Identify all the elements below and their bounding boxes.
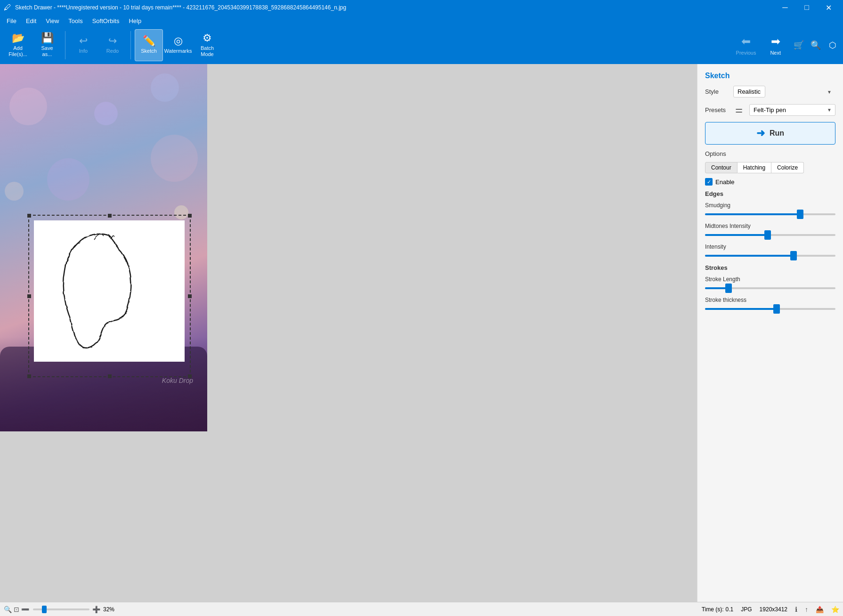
- status-bar: 🔍 ⊡ ➖ ➕ 32% Time (s): 0.1 JPG 1920x3412 …: [0, 602, 843, 616]
- handle-bot-right[interactable]: [188, 374, 192, 378]
- watermarks-button[interactable]: ◎ Watermarks: [164, 29, 192, 61]
- close-button[interactable]: ✕: [818, 0, 839, 15]
- handle-top-mid[interactable]: [108, 214, 112, 218]
- format-value: JPG: [741, 606, 752, 613]
- enable-row: ✓ Enable: [705, 178, 835, 186]
- cube-icon[interactable]: ⬡: [826, 39, 839, 52]
- menu-softorbits[interactable]: SoftOrbits: [88, 16, 124, 25]
- undo-button[interactable]: ↩ Info: [69, 29, 97, 61]
- share-icon[interactable]: ↑: [805, 606, 808, 613]
- run-label: Run: [770, 129, 784, 138]
- status-zoom-minus-icon[interactable]: ➖: [21, 606, 29, 613]
- run-button[interactable]: ➜ Run: [705, 122, 835, 145]
- watermarks-icon: ◎: [174, 36, 183, 46]
- status-icons: 🔍 ⊡ ➖: [4, 606, 29, 613]
- canvas-area: Koku Drop: [0, 64, 697, 602]
- tab-contour[interactable]: Contour: [705, 162, 738, 173]
- save-as-label: Saveas...: [41, 45, 53, 57]
- handle-bot-mid[interactable]: [108, 374, 112, 378]
- style-select[interactable]: Realistic Cartoon Pencil: [733, 86, 765, 97]
- sketch-icon: ✏️: [143, 36, 155, 46]
- status-right: Time (s): 0.1 JPG 1920x3412 ℹ ↑ 📤 ⭐: [702, 606, 839, 613]
- cart-icon[interactable]: 🛒: [792, 39, 805, 52]
- menu-help[interactable]: Help: [124, 16, 146, 25]
- stroke-thickness-row: Stroke thickness: [705, 297, 835, 313]
- options-section: Options Contour Hatching Colorize ✓ Enab…: [705, 150, 835, 313]
- tab-colorize[interactable]: Colorize: [771, 162, 804, 173]
- menu-edit[interactable]: Edit: [21, 16, 41, 25]
- add-file-icon: 📂: [12, 33, 24, 43]
- midtones-thumb[interactable]: [764, 230, 771, 240]
- minimize-button[interactable]: ─: [774, 0, 796, 15]
- title-bar-controls: ─ □ ✕: [774, 0, 839, 15]
- previous-button[interactable]: ⬅ Previous: [736, 35, 756, 56]
- presets-adjust-icon[interactable]: ⚌: [732, 103, 746, 116]
- save-as-button[interactable]: 💾 Saveas...: [33, 29, 61, 61]
- title-bar: 🖊 Sketch Drawer - ****Unregistered versi…: [0, 0, 843, 15]
- stroke-thickness-fill: [705, 308, 777, 310]
- style-dropdown-icon: ▼: [827, 89, 832, 94]
- presets-label: Presets: [705, 106, 729, 113]
- maximize-button[interactable]: □: [796, 0, 818, 15]
- handle-top-left[interactable]: [27, 214, 31, 218]
- status-zoom-icon[interactable]: 🔍: [4, 606, 12, 613]
- handle-mid-left[interactable]: [27, 294, 31, 298]
- star-icon[interactable]: ⭐: [831, 606, 839, 613]
- sketch-svg: [34, 220, 185, 362]
- time-item: Time (s): 0.1: [702, 606, 734, 613]
- handle-bot-left[interactable]: [27, 374, 31, 378]
- smudging-thumb[interactable]: [797, 210, 803, 219]
- panel-title: Sketch: [705, 72, 835, 80]
- edges-label: Edges: [705, 190, 835, 197]
- next-label: Next: [770, 50, 781, 56]
- next-arrow-icon: ➡: [771, 35, 780, 48]
- menu-file[interactable]: File: [2, 16, 21, 25]
- window-title: Sketch Drawer - ****Unregistered version…: [15, 4, 346, 11]
- selection-box[interactable]: [28, 215, 191, 377]
- style-row: Style Realistic Cartoon Pencil ▼: [705, 86, 835, 97]
- stroke-thickness-thumb[interactable]: [773, 304, 780, 314]
- handle-top-right[interactable]: [188, 214, 192, 218]
- presets-select[interactable]: Felt-Tip pen Pencil Charcoal: [749, 104, 835, 116]
- dimensions-value: 1920x3412: [760, 606, 787, 613]
- stroke-length-row: Stroke Length: [705, 276, 835, 292]
- style-label: Style: [705, 88, 729, 95]
- next-button[interactable]: ➡ Next: [770, 35, 781, 56]
- title-bar-left: 🖊 Sketch Drawer - ****Unregistered versi…: [4, 3, 346, 12]
- redo-button[interactable]: ↪ Redo: [98, 29, 127, 61]
- social-icon[interactable]: 📤: [816, 606, 824, 613]
- batch-mode-icon: ⚙: [203, 33, 212, 43]
- time-label: Time (s):: [702, 606, 724, 613]
- menu-bar: File Edit View Tools SoftOrbits Help: [0, 15, 843, 26]
- tab-hatching[interactable]: Hatching: [738, 162, 771, 173]
- batch-mode-button[interactable]: ⚙ BatchMode: [193, 29, 221, 61]
- enable-checkbox[interactable]: ✓: [705, 178, 713, 186]
- info-icon[interactable]: ℹ: [795, 606, 797, 613]
- stroke-length-track: [705, 287, 835, 289]
- image-canvas: Koku Drop: [0, 64, 697, 602]
- add-file-button[interactable]: 📂 AddFile(s)...: [4, 29, 32, 61]
- enable-label: Enable: [715, 178, 734, 186]
- right-panel: Sketch Style Realistic Cartoon Pencil ▼ …: [697, 64, 843, 602]
- redo-label: Redo: [106, 48, 119, 54]
- app-icon: 🖊: [4, 3, 11, 12]
- intensity-thumb[interactable]: [790, 251, 797, 260]
- intensity-track: [705, 255, 835, 257]
- midtones-label: Midtones Intensity: [705, 223, 835, 229]
- status-fit-icon[interactable]: ⊡: [14, 606, 19, 613]
- search-icon[interactable]: 🔍: [809, 39, 822, 52]
- strokes-label: Strokes: [705, 264, 835, 271]
- handle-mid-right[interactable]: [188, 294, 192, 298]
- smudging-row: Smudging: [705, 202, 835, 218]
- toolbar-sep-2: [130, 31, 131, 59]
- zoom-thumb[interactable]: [42, 606, 47, 613]
- menu-tools[interactable]: Tools: [64, 16, 87, 25]
- stroke-thickness-track: [705, 308, 835, 310]
- menu-view[interactable]: View: [41, 16, 64, 25]
- edges-section: Edges Smudging Midtones Intensity: [705, 190, 835, 259]
- zoom-plus-icon[interactable]: ➕: [92, 606, 100, 613]
- tabs-row: Contour Hatching Colorize: [705, 162, 835, 173]
- sketch-button[interactable]: ✏️ Sketch: [135, 29, 163, 61]
- zoom-value: 32%: [103, 606, 114, 613]
- stroke-length-thumb[interactable]: [725, 284, 732, 293]
